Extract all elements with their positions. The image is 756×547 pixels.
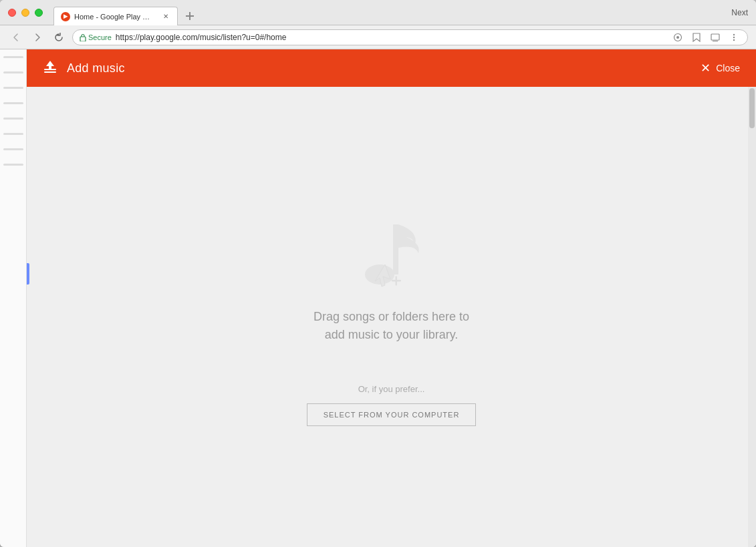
sidebar-item (3, 56, 23, 58)
svg-rect-5 (711, 34, 719, 40)
modal-body: Drag songs or folders here to add music … (27, 87, 756, 547)
svg-point-7 (733, 33, 735, 35)
navbar: Secure https://play.google.com/music/lis… (0, 25, 756, 49)
forward-btn[interactable] (29, 29, 45, 45)
modal-header: Add music ✕ Close (27, 49, 756, 87)
svg-rect-6 (713, 41, 718, 41)
svg-rect-16 (395, 277, 397, 286)
sidebar-item (3, 87, 23, 89)
sidebar (0, 49, 27, 547)
back-btn[interactable] (8, 29, 24, 45)
music-icon-area (352, 208, 432, 295)
minimize-window-btn[interactable] (21, 9, 29, 17)
svg-point-4 (676, 36, 679, 39)
select-from-computer-btn[interactable]: SELECT FROM YOUR COMPUTER (307, 403, 477, 426)
scrollbar-thumb[interactable] (749, 88, 755, 128)
modal-header-left: Add music (43, 59, 125, 77)
close-label: Close (716, 63, 740, 73)
sidebar-item (3, 102, 23, 104)
menu-icon[interactable] (727, 31, 741, 44)
drag-text-line1: Drag songs or folders here to (313, 308, 469, 326)
or-prefer-text: Or, if you prefer... (358, 384, 425, 394)
tab-bar: ▶ Home - Google Play Music ✕ (53, 0, 199, 25)
tab-close-btn[interactable]: ✕ (161, 12, 170, 21)
browser-content: Add music ✕ Close (0, 49, 756, 547)
reader-mode-icon[interactable] (671, 31, 684, 44)
sidebar-item (3, 71, 23, 73)
next-label: Next (731, 8, 748, 17)
modal-title: Add music (67, 61, 125, 75)
svg-rect-10 (44, 69, 56, 70)
sidebar-item (3, 118, 23, 120)
active-sidebar-indicator (27, 263, 29, 285)
tab-favicon-icon: ▶ (61, 12, 70, 21)
sidebar-item (3, 164, 23, 166)
url-bar[interactable]: Secure https://play.google.com/music/lis… (72, 29, 748, 45)
svg-marker-12 (46, 61, 54, 69)
svg-rect-14 (393, 224, 398, 275)
refresh-btn[interactable] (51, 29, 67, 45)
drag-text: Drag songs or folders here to add music … (313, 308, 469, 344)
scrollbar-track[interactable] (748, 87, 756, 547)
active-tab[interactable]: ▶ Home - Google Play Music ✕ (53, 7, 178, 25)
close-window-btn[interactable] (8, 9, 16, 17)
add-music-modal: Add music ✕ Close (27, 49, 756, 547)
maximize-window-btn[interactable] (35, 9, 43, 17)
cast-icon[interactable] (709, 31, 722, 44)
browser-window: ▶ Home - Google Play Music ✕ Next Secure (0, 0, 756, 547)
url-text: https://play.google.com/music/listen?u=0… (116, 33, 667, 42)
nav-extra-icons (671, 31, 741, 44)
music-note-icon (352, 208, 432, 295)
svg-rect-11 (44, 71, 56, 73)
sidebar-item (3, 133, 23, 135)
close-x-icon: ✕ (701, 61, 711, 75)
bookmark-icon[interactable] (690, 31, 703, 44)
secure-indicator: Secure (80, 33, 112, 41)
new-tab-btn[interactable] (180, 7, 199, 25)
sidebar-item (3, 148, 23, 150)
tab-title: Home - Google Play Music (74, 13, 154, 21)
drag-text-line2: add music to your library. (313, 326, 469, 344)
svg-rect-1 (186, 15, 194, 17)
upload-icon (43, 59, 57, 77)
main-content: Add music ✕ Close (27, 49, 756, 547)
svg-point-8 (733, 36, 735, 37)
titlebar: ▶ Home - Google Play Music ✕ Next (0, 0, 756, 25)
svg-rect-2 (80, 37, 86, 41)
svg-point-9 (733, 39, 735, 40)
modal-close-btn[interactable]: ✕ Close (701, 61, 740, 75)
window-controls (8, 9, 43, 17)
